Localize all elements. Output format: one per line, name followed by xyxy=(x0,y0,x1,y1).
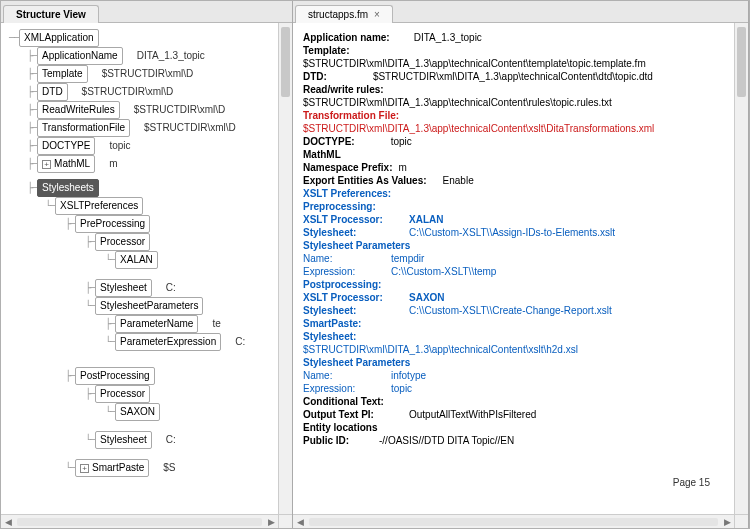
tab-structapps[interactable]: structapps.fm× xyxy=(295,5,393,23)
val-dtd: $STRUCTDIR\xml\DITA_1.3\app\technicalCon… xyxy=(373,71,653,82)
val-doctype: topic xyxy=(391,136,412,147)
lbl-expr1: Expression: xyxy=(303,266,385,277)
lbl-pubid: Public ID: xyxy=(303,435,373,446)
node-dtd[interactable]: DTD xyxy=(37,83,68,101)
val-style-pre: C:\\Custom-XSLT\\Assign-IDs-to-Elements.… xyxy=(409,227,615,238)
scroll-left-icon[interactable]: ◀ xyxy=(1,517,15,527)
node-readwriterules[interactable]: ReadWriteRules xyxy=(37,101,120,119)
lbl-postproc: Postprocessing: xyxy=(303,279,381,290)
element-tree[interactable]: ──XMLApplication ├─ApplicationNameDITA_1… xyxy=(1,23,278,483)
node-preprocessing[interactable]: PreProcessing xyxy=(75,215,150,233)
val-xalan: XALAN xyxy=(409,214,443,225)
lbl-exportent: Export Entities As Values: xyxy=(303,175,427,186)
lbl-expr2: Expression: xyxy=(303,383,385,394)
lbl-mathml: MathML xyxy=(303,149,341,160)
scroll-left-icon[interactable]: ◀ xyxy=(293,517,307,527)
scroll-right-icon[interactable]: ▶ xyxy=(720,517,734,527)
node-stylesheet-pre[interactable]: Stylesheet xyxy=(95,279,152,297)
node-postprocessing[interactable]: PostProcessing xyxy=(75,367,154,385)
scroll-corner xyxy=(734,514,748,528)
doc-content: Application name:DITA_1.3_topic Template… xyxy=(293,23,748,528)
lbl-dtd: DTD: xyxy=(303,71,327,82)
scrollbar-thumb[interactable] xyxy=(737,27,746,97)
node-stylesheet-post[interactable]: Stylesheet xyxy=(95,431,152,449)
val-style-post: C:\\Custom-XSLT\\Create-Change-Report.xs… xyxy=(409,305,612,316)
val-expr1: C:\\Custom-XSLT\\temp xyxy=(391,266,496,277)
lbl-doctype: DOCTYPE: xyxy=(303,136,355,147)
vertical-scrollbar[interactable] xyxy=(278,23,292,514)
node-processor-post[interactable]: Processor xyxy=(95,385,150,403)
lbl-rw: Read/write rules: xyxy=(303,84,384,95)
node-xalan[interactable]: XALAN xyxy=(115,251,158,269)
lbl-template: Template: xyxy=(303,45,350,56)
node-xsltpreferences[interactable]: XSLTPreferences xyxy=(55,197,143,215)
val-rw: $STRUCTDIR\xml\DITA_1.3\app\technicalCon… xyxy=(303,97,612,108)
val-dtd: $STRUCTDIR\xml\D xyxy=(82,84,174,100)
vertical-scrollbar[interactable] xyxy=(734,23,748,514)
structure-view-panel: Structure View ──XMLApplication ├─Applic… xyxy=(1,1,293,528)
left-tabbar: Structure View xyxy=(1,1,292,23)
expand-icon[interactable]: + xyxy=(42,160,51,169)
lbl-condtext: Conditional Text: xyxy=(303,396,384,407)
close-icon[interactable]: × xyxy=(374,9,380,20)
val-sp-style: $STRUCTDIR\xml\DITA_1.3\app\technicalCon… xyxy=(303,344,578,355)
node-stylesheetparameters[interactable]: StylesheetParameters xyxy=(95,297,203,315)
lbl-name1: Name: xyxy=(303,253,385,264)
node-smartpaste[interactable]: +SmartPaste xyxy=(75,459,149,477)
scroll-track[interactable] xyxy=(309,518,718,526)
val-name1: tempdir xyxy=(391,253,424,264)
node-processor-pre[interactable]: Processor xyxy=(95,233,150,251)
scroll-track[interactable] xyxy=(17,518,262,526)
lbl-style-pre: Stylesheet: xyxy=(303,227,403,238)
val-smartpaste: $S xyxy=(163,460,175,476)
node-doctype[interactable]: DOCTYPE xyxy=(37,137,95,155)
tab-label: structapps.fm xyxy=(308,9,368,20)
val-appname: DITA_1.3_topic xyxy=(414,32,482,43)
node-xmlapplication[interactable]: XMLApplication xyxy=(19,29,98,47)
lbl-outpi: Output Text PI: xyxy=(303,409,403,420)
val-name2: infotype xyxy=(391,370,426,381)
node-stylesheets[interactable]: Stylesheets xyxy=(37,179,99,197)
expand-icon[interactable]: + xyxy=(80,464,89,473)
right-tabbar: structapps.fm× xyxy=(293,1,748,23)
document-body[interactable]: Application name:DITA_1.3_topic Template… xyxy=(293,23,734,455)
val-expr2: topic xyxy=(391,383,412,394)
val-mathml: m xyxy=(109,156,117,172)
val-parameterexpression: C: xyxy=(235,334,245,350)
horizontal-scrollbar[interactable]: ◀▶ xyxy=(1,514,278,528)
val-applicationname: DITA_1.3_topic xyxy=(137,48,205,64)
lbl-entloc: Entity locations xyxy=(303,422,377,433)
node-transformationfile[interactable]: TransformationFile xyxy=(37,119,130,137)
tree-content: ──XMLApplication ├─ApplicationNameDITA_1… xyxy=(1,23,292,528)
lbl-trans: Transformation File: xyxy=(303,110,399,121)
scroll-right-icon[interactable]: ▶ xyxy=(264,517,278,527)
val-template: $STRUCTDIR\xml\DITA_1.3\app\technicalCon… xyxy=(303,58,646,69)
node-saxon[interactable]: SAXON xyxy=(115,403,160,421)
node-parameterexpression[interactable]: ParameterExpression xyxy=(115,333,221,351)
node-parametername[interactable]: ParameterName xyxy=(115,315,198,333)
val-trans: $STRUCTDIR\xml\DITA_1.3\app\technicalCon… xyxy=(303,123,654,134)
lbl-styleparams-sp: Stylesheet Parameters xyxy=(303,357,410,368)
val-parametername: te xyxy=(212,316,220,332)
val-doctype: topic xyxy=(109,138,130,154)
tab-structure-view[interactable]: Structure View xyxy=(3,5,99,23)
lbl-preproc: Preprocessing: xyxy=(303,201,376,212)
node-template[interactable]: Template xyxy=(37,65,88,83)
lbl-sp-style: Stylesheet: xyxy=(303,331,356,342)
app-root: Structure View ──XMLApplication ├─Applic… xyxy=(0,0,750,529)
lbl-xsltproc-pre: XSLT Processor: xyxy=(303,214,403,225)
lbl-xsltprefs: XSLT Preferences: xyxy=(303,188,391,199)
val-readwriterules: $STRUCTDIR\xml\D xyxy=(134,102,226,118)
val-transformationfile: $STRUCTDIR\xml\D xyxy=(144,120,236,136)
lbl-appname: Application name: xyxy=(303,32,390,43)
node-mathml[interactable]: +MathML xyxy=(37,155,95,173)
val-nsprefix: m xyxy=(399,162,407,173)
tab-label: Structure View xyxy=(16,9,86,20)
val-exportent: Enable xyxy=(443,175,474,186)
scrollbar-thumb[interactable] xyxy=(281,27,290,97)
scroll-corner xyxy=(278,514,292,528)
document-panel: structapps.fm× Application name:DITA_1.3… xyxy=(293,1,749,528)
node-applicationname[interactable]: ApplicationName xyxy=(37,47,123,65)
lbl-smartpaste: SmartPaste: xyxy=(303,318,361,329)
horizontal-scrollbar[interactable]: ◀▶ xyxy=(293,514,734,528)
